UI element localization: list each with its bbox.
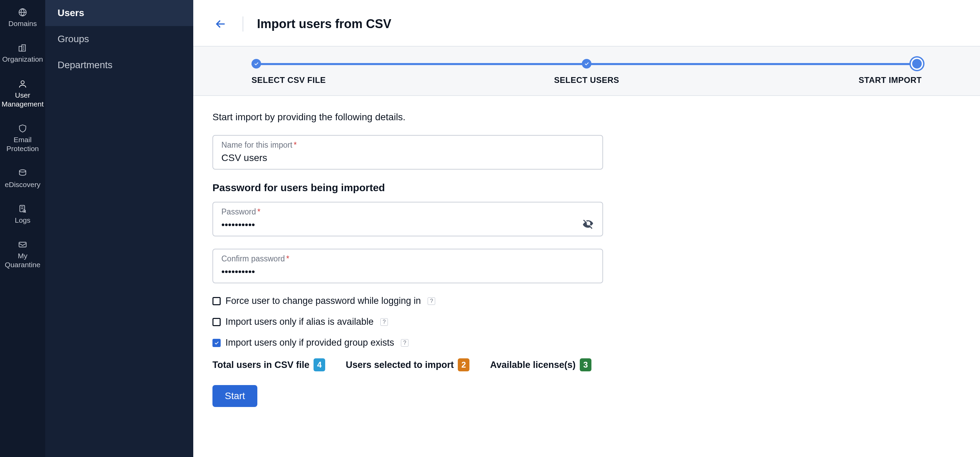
checkbox-group-box[interactable] (212, 339, 221, 347)
rail-item-ediscovery[interactable]: eDiscovery (0, 161, 45, 197)
step-start-import: START IMPORT (698, 59, 922, 85)
password-section-title: Password for users being imported (212, 182, 961, 194)
required-marker: * (286, 254, 289, 263)
step-dot-current-icon (912, 59, 922, 68)
rail-item-label: Logs (15, 216, 30, 225)
stat-label: Available license(s) (490, 360, 576, 370)
rail-item-label: User Management (2, 91, 44, 109)
field-label: Name for this import * (221, 140, 594, 150)
subnav-item-users[interactable]: Users (45, 0, 193, 26)
rail-item-label: Email Protection (2, 135, 44, 154)
stats-row: Total users in CSV file 4 Users selected… (212, 358, 961, 371)
rail-item-domains[interactable]: Domains (0, 0, 45, 36)
shield-icon (18, 124, 27, 133)
stat-value-badge: 3 (580, 358, 592, 371)
checkbox-label: Import users only if alias is available (226, 317, 374, 327)
step-label: START IMPORT (859, 75, 922, 85)
help-icon[interactable]: ? (428, 297, 435, 305)
field-label: Password * (221, 207, 594, 216)
header-divider (243, 16, 243, 32)
rail-item-organization[interactable]: Organization (0, 36, 45, 71)
subnav-item-groups[interactable]: Groups (45, 26, 193, 52)
password-value[interactable]: •••••••••• (221, 216, 594, 232)
step-label: SELECT CSV FILE (251, 75, 326, 85)
checkbox-alias-box[interactable] (212, 318, 221, 326)
checkbox-label: Import users only if provided group exis… (226, 338, 394, 348)
stat-value-badge: 2 (458, 358, 469, 371)
rail-item-email-protection[interactable]: Email Protection (0, 116, 45, 161)
intro-text: Start import by providing the following … (212, 112, 961, 123)
stat-total-users: Total users in CSV file 4 (212, 358, 325, 371)
eye-off-icon[interactable] (582, 217, 594, 230)
step-select-csv: SELECT CSV FILE (251, 59, 475, 85)
rail-item-my-quarantine[interactable]: My Quarantine (0, 232, 45, 277)
logs-icon (18, 204, 27, 214)
field-label: Confirm password * (221, 254, 594, 263)
checkbox-label: Force user to change password while logg… (226, 296, 421, 306)
stat-selected-users: Users selected to import 2 (346, 358, 469, 371)
rail-item-label: Organization (2, 55, 43, 64)
stat-label: Users selected to import (346, 360, 454, 370)
step-dot-complete-icon (582, 59, 592, 68)
subnav-item-departments[interactable]: Departments (45, 52, 193, 78)
rail-item-label: My Quarantine (2, 251, 44, 270)
required-marker: * (294, 140, 297, 150)
help-icon[interactable]: ? (401, 339, 409, 347)
field-label-text: Confirm password (221, 254, 285, 263)
main-content: Import users from CSV SELECT CSV FILE SE… (193, 0, 980, 457)
step-select-users: SELECT USERS (475, 59, 698, 85)
field-label-text: Password (221, 207, 256, 216)
user-icon (18, 79, 27, 89)
form-area: Start import by providing the following … (193, 96, 980, 423)
rail-item-label: Domains (9, 19, 37, 28)
svg-point-4 (19, 170, 26, 172)
start-button[interactable]: Start (212, 385, 257, 407)
step-label: SELECT USERS (554, 75, 619, 85)
required-marker: * (257, 207, 261, 216)
rail-item-label: eDiscovery (5, 180, 40, 189)
confirm-password-field[interactable]: Confirm password * •••••••••• (212, 249, 603, 283)
checkbox-force-change: Force user to change password while logg… (212, 296, 961, 306)
archive-icon (18, 168, 27, 178)
rail-item-logs[interactable]: Logs (0, 197, 45, 232)
checkbox-force-change-box[interactable] (212, 297, 221, 305)
rail-item-user-management[interactable]: User Management (0, 71, 45, 116)
globe-icon (18, 8, 27, 17)
import-name-value[interactable]: CSV users (221, 150, 594, 165)
stat-available-licenses: Available license(s) 3 (490, 358, 592, 371)
import-name-field[interactable]: Name for this import * CSV users (212, 135, 603, 170)
quarantine-icon (18, 240, 27, 249)
stat-label: Total users in CSV file (212, 360, 309, 370)
checkbox-alias-available: Import users only if alias is available … (212, 317, 961, 327)
svg-rect-1 (19, 47, 22, 51)
checkbox-group-exists: Import users only if provided group exis… (212, 338, 961, 348)
svg-point-3 (21, 81, 24, 84)
sub-sidebar: Users Groups Departments (45, 0, 193, 457)
stepper: SELECT CSV FILE SELECT USERS START IMPOR… (193, 47, 980, 96)
organization-icon (18, 43, 27, 53)
page-title: Import users from CSV (257, 17, 391, 31)
field-label-text: Name for this import (221, 140, 292, 150)
step-dot-complete-icon (251, 59, 261, 68)
svg-rect-7 (19, 242, 26, 247)
page-header: Import users from CSV (193, 0, 980, 47)
icon-rail: Domains Organization User Management Ema… (0, 0, 45, 457)
confirm-password-value[interactable]: •••••••••• (221, 263, 594, 279)
stat-value-badge: 4 (313, 358, 325, 371)
back-button[interactable] (212, 16, 229, 32)
password-field[interactable]: Password * •••••••••• (212, 202, 603, 236)
help-icon[interactable]: ? (380, 318, 388, 326)
